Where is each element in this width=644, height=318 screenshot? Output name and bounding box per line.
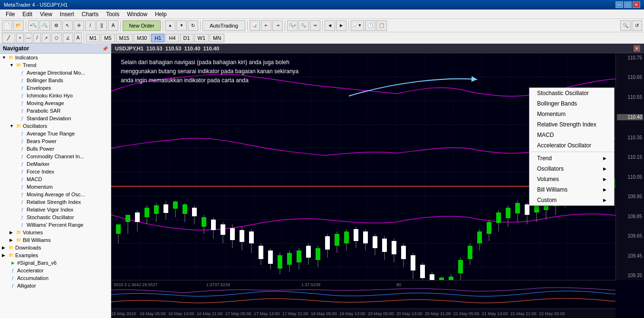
menu-insert[interactable]: Insert <box>56 10 78 19</box>
tree-bollinger[interactable]: ƒ Bollinger Bands <box>0 77 111 84</box>
tree-bears[interactable]: ƒ Bears Power <box>0 137 111 145</box>
tree-volumes[interactable]: ▶ 📁 Volumes <box>0 229 111 236</box>
menu-window[interactable]: Window <box>123 10 151 19</box>
tree-macd[interactable]: ƒ MACD <box>0 175 111 183</box>
tree-alligator[interactable]: ƒ Alligator <box>0 282 111 289</box>
clock-btn[interactable]: 🕐 <box>365 20 375 31</box>
tf-arrow-btn[interactable]: ↗ <box>42 33 50 43</box>
tree-rsi[interactable]: ƒ Relative Strength Index <box>0 198 111 206</box>
tree-cci[interactable]: ƒ Commodity Channel In... <box>0 153 111 160</box>
close-button[interactable]: ✕ <box>633 1 640 8</box>
maximize-button[interactable]: □ <box>624 1 632 8</box>
navigator-content[interactable]: ▼ 📁 Indicators ▼ 📁 Trend ƒ Average Direc… <box>0 54 111 318</box>
tf-plus-btn[interactable]: + <box>16 33 24 43</box>
menu-acc-osc[interactable]: Accelerator Oscillator <box>529 140 614 151</box>
sell-btn[interactable]: ▼ <box>176 20 187 31</box>
tf-h4[interactable]: H4 <box>165 34 179 42</box>
tree-std-dev[interactable]: ƒ Standard Deviation <box>0 115 111 122</box>
properties-btn[interactable]: ⚙ <box>51 20 61 31</box>
tree-force[interactable]: ƒ Force Index <box>0 168 111 175</box>
tf-m15[interactable]: M15 <box>116 34 133 42</box>
tf-shapes-btn[interactable]: ╱ <box>2 33 15 43</box>
line-btn[interactable]: / <box>85 20 96 31</box>
tf-minus-btn[interactable]: — <box>25 33 32 43</box>
menu-stoch-osc[interactable]: Stochastic Oscillator <box>529 88 614 98</box>
tree-accelerator[interactable]: ƒ Accelerator <box>0 267 111 274</box>
search-btn[interactable]: 🔍 <box>620 20 631 31</box>
zoom-in-btn[interactable]: +🔍 <box>28 20 38 31</box>
buy-btn[interactable]: ▲ <box>165 20 175 31</box>
tree-atr[interactable]: ƒ Average True Range <box>0 130 111 137</box>
tree-moving-avg[interactable]: ƒ Moving Average <box>0 99 111 107</box>
tree-demarker[interactable]: ƒ DeMarker <box>0 160 111 168</box>
menu-help[interactable]: Help <box>151 10 171 19</box>
tree-accumulation[interactable]: ƒ Accumulation <box>0 274 111 282</box>
tf-angle-btn[interactable]: ∠ <box>63 33 73 43</box>
menu-file[interactable]: File <box>2 10 19 19</box>
refresh-btn[interactable]: ↺ <box>632 20 642 31</box>
period-sep-btn[interactable]: || <box>96 20 107 31</box>
menu-view[interactable]: View <box>36 10 56 19</box>
menu-trend-sub[interactable]: Trend ▶ <box>529 153 614 164</box>
menu-bollinger-bands[interactable]: Bollinger Bands <box>529 98 614 109</box>
navigator-pin[interactable]: 📌 <box>102 46 108 51</box>
tree-signal[interactable]: ▶ #Signal_Bars_v6 <box>0 259 111 267</box>
tree-indicators[interactable]: ▼ 📁 Indicators <box>0 54 111 61</box>
tree-examples[interactable]: ▶ 📁 Examples <box>0 251 111 259</box>
minimize-button[interactable]: — <box>615 1 623 8</box>
tf-d1[interactable]: D1 <box>180 34 193 42</box>
new-chart-btn[interactable]: 📄 <box>2 20 12 31</box>
menu-rsi[interactable]: Relative Strength Index <box>529 119 614 130</box>
tf-h1[interactable]: H1 <box>151 34 164 42</box>
crosshair-btn[interactable]: ✛ <box>74 20 84 31</box>
tf-shape2-btn[interactable]: ⬡ <box>51 33 62 43</box>
period-prev[interactable]: ◀ <box>325 20 335 31</box>
templates-btn[interactable]: 📋 <box>376 20 387 31</box>
auto-scroll-btn[interactable]: ↻ <box>188 20 198 31</box>
tree-mao[interactable]: ƒ Moving Average of Osc... <box>0 191 111 198</box>
tree-bill[interactable]: ▶ 📁 Bill Williams <box>0 236 111 244</box>
tf-mn[interactable]: MN <box>210 34 224 42</box>
tree-ichimoku[interactable]: ƒ Ichimoku Kinko Hyo <box>0 92 111 99</box>
tf-m30[interactable]: M30 <box>134 34 150 42</box>
tree-bulls[interactable]: ƒ Bulls Power <box>0 145 111 153</box>
chart-close-btn[interactable]: ✕ <box>634 45 640 52</box>
tf-w1[interactable]: W1 <box>194 34 209 42</box>
chart-zoom-in[interactable]: 🔍+ <box>287 20 298 31</box>
tree-envelopes[interactable]: ƒ Envelopes <box>0 84 111 92</box>
tree-wpr[interactable]: ƒ Williams' Percent Range <box>0 221 111 229</box>
autotrading-btn[interactable]: AutoTrading <box>202 20 245 31</box>
outdent-btn[interactable]: ⇥ <box>272 20 283 31</box>
indent-btn[interactable]: ⇤ <box>261 20 271 31</box>
chart-scroll[interactable]: ⇔ <box>310 20 320 31</box>
text-btn[interactable]: A <box>108 20 118 31</box>
history-btn[interactable]: 📊 <box>250 20 260 31</box>
tf-line-btn[interactable]: / <box>33 33 41 43</box>
tree-oscillators[interactable]: ▼ 📁 Oscillators <box>0 122 111 130</box>
menu-momentum[interactable]: Momentum <box>529 109 614 119</box>
menu-bill-sub[interactable]: Bill Williams ▶ <box>529 184 614 195</box>
tf-m5[interactable]: M5 <box>101 34 115 42</box>
new-order-btn[interactable]: New Order <box>123 20 161 31</box>
tree-downloads[interactable]: ▶ 📁 Downloads <box>0 244 111 251</box>
tree-rvi[interactable]: ƒ Relative Vigor Index <box>0 206 111 213</box>
tree-momentum[interactable]: ƒ Momentum <box>0 183 111 191</box>
tree-avg-dir[interactable]: ƒ Average Directional Mo... <box>0 69 111 77</box>
tree-parabolic[interactable]: ƒ Parabolic SAR <box>0 107 111 115</box>
indicators-dropdown-btn[interactable]: 📈▼ <box>351 20 364 31</box>
menu-charts[interactable]: Charts <box>78 10 102 19</box>
tf-m1[interactable]: M1 <box>86 34 100 42</box>
menu-edit[interactable]: Edit <box>19 10 36 19</box>
tf-text2-btn[interactable]: A <box>74 33 82 43</box>
cursor-btn[interactable]: ↖ <box>62 20 73 31</box>
tree-stoch[interactable]: ƒ Stochastic Oscillator <box>0 213 111 221</box>
chart-zoom-out[interactable]: 🔍- <box>298 20 309 31</box>
zoom-out-btn[interactable]: -🔍 <box>39 20 50 31</box>
menu-tools[interactable]: Tools <box>102 10 123 19</box>
period-next[interactable]: ▶ <box>336 20 346 31</box>
menu-oscillators-sub[interactable]: Oscillators ▶ <box>529 164 614 174</box>
menu-volumes-sub[interactable]: Volumes ▶ <box>529 174 614 184</box>
tree-trend[interactable]: ▼ 📁 Trend <box>0 61 111 69</box>
menu-macd[interactable]: MACD <box>529 130 614 140</box>
open-btn[interactable]: 📂 <box>13 20 24 31</box>
